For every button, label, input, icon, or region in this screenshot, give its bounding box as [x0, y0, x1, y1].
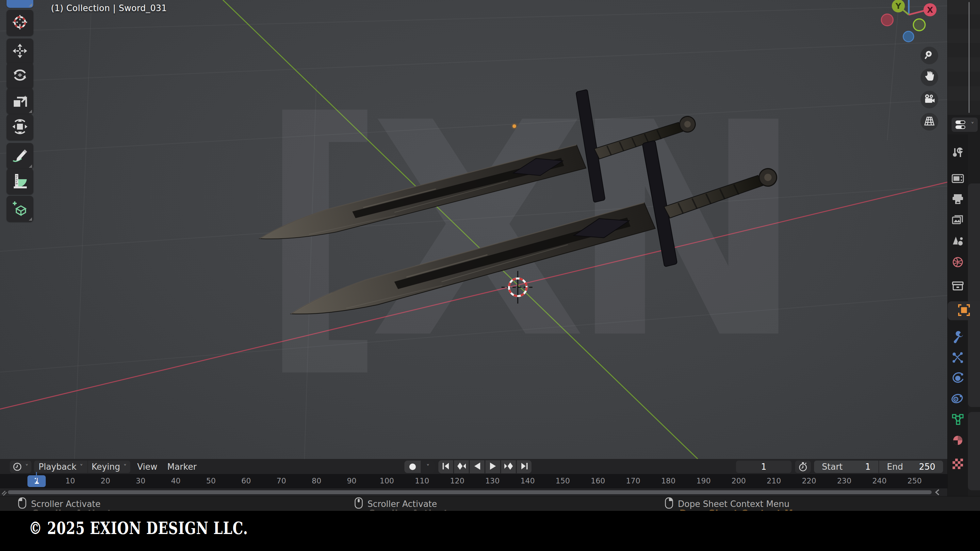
- keying-popover-button[interactable]: ˅: [421, 460, 435, 473]
- ruler-tick-180: 180: [661, 476, 676, 485]
- use-preview-range-button[interactable]: [795, 460, 811, 473]
- scrollbar-arrow-icon[interactable]: [934, 488, 941, 496]
- jump-start-icon: [442, 462, 450, 472]
- timeline-scrollbar[interactable]: [8, 490, 932, 494]
- toolbar-transform[interactable]: [6, 114, 33, 140]
- viewport-camera-button[interactable]: [921, 91, 938, 108]
- tool-options-corner: [29, 110, 32, 113]
- timeline-header: ˅ Playback˅ Keying˅ View Marker ˅ 1: [0, 459, 947, 474]
- properties-tab-render[interactable]: [948, 170, 968, 189]
- properties-tab-texture[interactable]: [948, 455, 968, 474]
- toolbar-cursor[interactable]: [6, 10, 33, 36]
- view-layer-icon: [952, 214, 964, 226]
- corner-resize-icon[interactable]: [1, 488, 9, 496]
- properties-tab-particles[interactable]: [948, 349, 968, 368]
- viewport-pan-hand-button[interactable]: [921, 68, 938, 86]
- frame-start-field[interactable]: Start1: [814, 460, 879, 473]
- annotate-icon: [12, 148, 28, 165]
- properties-header: ˅: [948, 115, 980, 135]
- toolbar-move[interactable]: [6, 38, 33, 65]
- ruler-tick-190: 190: [697, 476, 711, 485]
- view-menu[interactable]: View: [137, 460, 158, 473]
- editor-type-button[interactable]: ˅: [951, 118, 978, 132]
- cursor-3d: [498, 268, 538, 307]
- toolbar-add-cube[interactable]: [6, 196, 33, 222]
- measure-icon: [13, 173, 27, 190]
- properties-tab-scene[interactable]: [948, 232, 968, 251]
- jump-end-button[interactable]: [517, 460, 531, 473]
- status-hint: Dope Sheet Context Menu: [665, 497, 789, 511]
- toolbar-scale[interactable]: [6, 88, 33, 114]
- properties-tab-constraints[interactable]: [948, 389, 968, 408]
- tool-options-corner: [29, 218, 32, 221]
- properties-tab-object-data[interactable]: [948, 411, 968, 430]
- properties-tab-physics[interactable]: [948, 369, 968, 388]
- properties-tab-material[interactable]: [948, 432, 968, 451]
- chevron-down-icon: ˅: [80, 463, 83, 471]
- sword-models[interactable]: [0, 0, 947, 459]
- ruler-tick-20: 20: [100, 476, 110, 485]
- next-keyframe-icon: [504, 462, 514, 472]
- playhead-line: [36, 472, 37, 481]
- properties-subpanel: [968, 412, 980, 490]
- add-cube-icon: [12, 200, 28, 218]
- viewport-grid-persp-button[interactable]: [921, 113, 938, 130]
- ruler-tick-160: 160: [591, 476, 605, 485]
- prev-keyframe-button[interactable]: [454, 460, 469, 473]
- status-hint-label: Scroller Activate: [368, 499, 437, 509]
- timeline-editor[interactable]: ˅ Playback˅ Keying˅ View Marker ˅ 1: [0, 459, 947, 496]
- ruler-tick-130: 130: [485, 476, 500, 485]
- ruler-tick-30: 30: [136, 476, 145, 485]
- sword-lower: [272, 114, 792, 359]
- next-keyframe-button[interactable]: [501, 460, 516, 473]
- material-icon: [952, 435, 964, 448]
- properties-tab-object[interactable]: [948, 301, 980, 320]
- properties-tab-output[interactable]: [948, 190, 968, 209]
- auto-keying-record-button[interactable]: [404, 460, 421, 473]
- world-icon: [952, 256, 964, 269]
- toolbar-select-box[interactable]: [6, 0, 33, 8]
- right-mouse-icon: [665, 497, 673, 511]
- ruler-tick-120: 120: [450, 476, 465, 485]
- toolbar-measure[interactable]: [6, 168, 33, 195]
- properties-subpanel: [968, 309, 980, 407]
- timeline-ruler[interactable]: 1 10203040506070809010011012013014015016…: [0, 474, 947, 488]
- keying-menu[interactable]: Keying˅: [88, 460, 130, 473]
- properties-panel[interactable]: [948, 135, 980, 496]
- clock-icon: [13, 462, 22, 472]
- camera-icon: [924, 94, 935, 105]
- status-hint-label: Dope Sheet Context Menu: [678, 499, 789, 509]
- properties-tab-collection[interactable]: [948, 277, 968, 296]
- properties-tab-world[interactable]: [948, 253, 968, 272]
- viewport-zoom-button[interactable]: [921, 47, 938, 64]
- toolbar-annotate[interactable]: [6, 143, 33, 169]
- nav-gizmo[interactable]: Y X: [859, 0, 947, 49]
- properties-tab-view-layer[interactable]: [948, 211, 968, 229]
- grid-persp-icon: [924, 116, 935, 127]
- timeline-editor-type-button[interactable]: ˅: [10, 460, 31, 473]
- play-button[interactable]: [485, 460, 500, 473]
- current-frame-field[interactable]: 1: [736, 460, 792, 473]
- play-reverse-button[interactable]: [470, 460, 484, 473]
- right-column: ˅: [947, 0, 980, 496]
- physics-icon: [951, 372, 964, 386]
- ruler-tick-40: 40: [171, 476, 180, 485]
- collection-icon: [951, 281, 964, 292]
- transport-controls: [438, 460, 531, 473]
- gizmo-axis-x-negative: [881, 14, 893, 26]
- properties-tab-modifiers[interactable]: [948, 329, 968, 347]
- jump-end-icon: [520, 462, 528, 472]
- viewport-3d[interactable]: [XN: [0, 0, 947, 459]
- marker-menu[interactable]: Marker: [167, 460, 197, 473]
- outliner-scrollbar[interactable]: [969, 2, 970, 113]
- object-origin-dot: [512, 124, 516, 128]
- move-icon: [12, 43, 28, 60]
- timeline-scroll-track[interactable]: [0, 488, 947, 496]
- outliner-panel[interactable]: [948, 0, 980, 115]
- copyright-watermark: © 2025 EXION DESIGN LLC.: [29, 518, 248, 538]
- toolbar-rotate[interactable]: [6, 63, 33, 89]
- playback-menu[interactable]: Playback˅: [34, 460, 88, 473]
- properties-tab-tool[interactable]: [948, 144, 968, 163]
- frame-end-field[interactable]: End250: [879, 460, 943, 473]
- jump-start-button[interactable]: [438, 460, 453, 473]
